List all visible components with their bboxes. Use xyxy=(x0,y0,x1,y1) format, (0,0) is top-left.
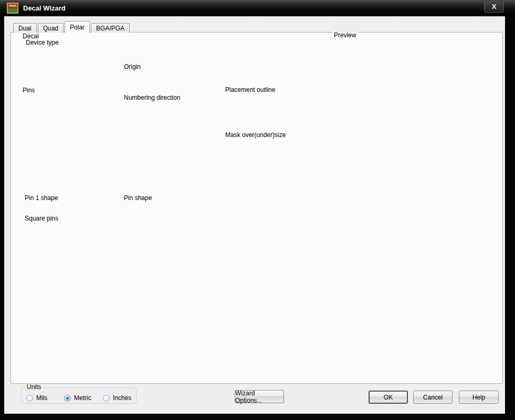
radio-label: Inches xyxy=(113,394,131,402)
placement-outline-group-label: Placement outline xyxy=(224,87,277,93)
wizard-options-button[interactable]: Wizard Options... xyxy=(235,390,284,403)
close-button[interactable]: X xyxy=(484,1,504,13)
pads-app-icon: PADS xyxy=(7,3,18,14)
radio-inches[interactable]: Inches xyxy=(103,394,131,402)
tab-bga-pga[interactable]: BGA/PGA xyxy=(91,23,130,33)
radio-icon xyxy=(26,395,33,402)
preview-group-label: Preview xyxy=(332,32,358,39)
close-icon: X xyxy=(492,3,497,10)
origin-group-label: Origin xyxy=(122,64,142,70)
pin-shape-group-label: Pin shape xyxy=(122,195,153,202)
title-bar: PADS Decal Wizard X xyxy=(0,0,515,16)
pads-icon-text: PADS xyxy=(9,4,16,8)
pins-group-label: Pins xyxy=(21,87,36,94)
pin1-shape-group-label: Pin 1 shape xyxy=(23,195,59,202)
radio-icon xyxy=(103,395,110,402)
device-type-group-label: Device type xyxy=(24,39,60,46)
radio-icon xyxy=(64,395,71,402)
ok-button[interactable]: OK xyxy=(369,391,408,404)
tab-polar[interactable]: Polar xyxy=(65,21,90,33)
square-pins-group-label: Square pins xyxy=(23,215,60,222)
decal-wizard-window: PADS Decal Wizard X Dual Quad Polar BGA/… xyxy=(0,0,515,420)
mask-group-label: Mask over(under)size xyxy=(224,132,287,139)
window-title: Decal Wizard xyxy=(23,4,66,12)
tab-bar: Dual Quad Polar BGA/PGA xyxy=(13,22,130,33)
cancel-button[interactable]: Cancel xyxy=(413,391,453,404)
tab-quad[interactable]: Quad xyxy=(38,23,64,33)
radio-metric[interactable]: Metric xyxy=(64,394,91,402)
radio-mils[interactable]: Mils xyxy=(26,394,47,402)
numbering-direction-group-label: Numbering direction xyxy=(122,94,182,101)
tab-page-polar xyxy=(10,32,503,384)
radio-label: Mils xyxy=(36,394,47,402)
units-group-label: Units xyxy=(25,384,43,391)
tab-dual[interactable]: Dual xyxy=(13,23,37,33)
radio-label: Metric xyxy=(74,394,91,402)
help-button[interactable]: Help xyxy=(459,391,499,404)
